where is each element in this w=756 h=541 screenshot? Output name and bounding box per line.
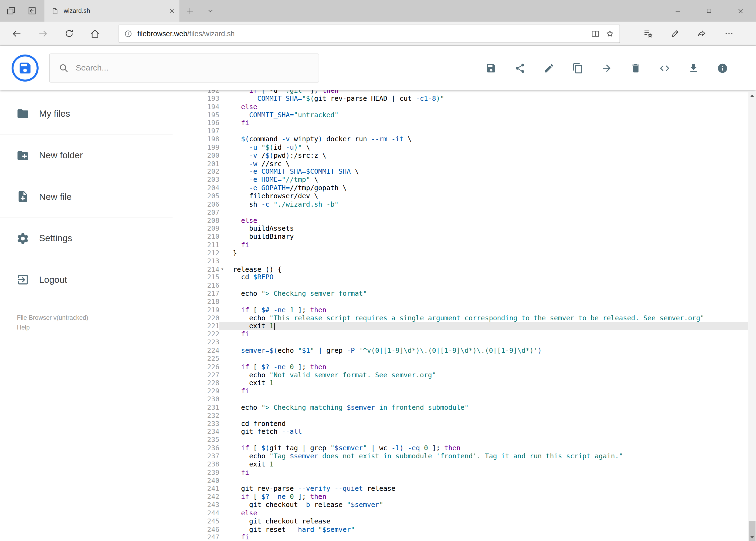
code-view-button[interactable] bbox=[650, 54, 679, 82]
code-line[interactable]: 192 if [ -d ".git" ]; then bbox=[193, 90, 748, 95]
code-line[interactable]: 205 filebrowser/dev \ bbox=[193, 192, 748, 200]
back-button[interactable] bbox=[4, 21, 30, 45]
code-line[interactable]: 199 -u "$(id -u)" \ bbox=[193, 143, 748, 151]
search-bar[interactable] bbox=[49, 54, 319, 82]
scroll-up-arrow[interactable] bbox=[748, 92, 756, 99]
code-line[interactable]: 247 fi bbox=[193, 533, 748, 541]
code-line[interactable]: 225 bbox=[193, 355, 748, 363]
info-button[interactable] bbox=[708, 54, 737, 82]
code-line[interactable]: 193 COMMIT_SHA="$(git rev-parse HEAD | c… bbox=[193, 95, 748, 103]
code-line[interactable]: 213 bbox=[193, 257, 748, 265]
home-button[interactable] bbox=[82, 21, 108, 45]
code-line[interactable]: 245 git checkout release bbox=[193, 517, 748, 525]
sidebar-item-logout[interactable]: Logout bbox=[0, 259, 193, 300]
reading-view-icon[interactable] bbox=[591, 29, 600, 38]
code-line[interactable]: 232 bbox=[193, 411, 748, 419]
sidebar-item-new-file[interactable]: New file bbox=[0, 176, 193, 218]
code-line[interactable]: 230 bbox=[193, 395, 748, 403]
code-line[interactable]: 241 git rev-parse --verify --quiet relea… bbox=[193, 485, 748, 493]
close-window-button[interactable] bbox=[725, 0, 756, 22]
code-line[interactable]: 235 bbox=[193, 436, 748, 444]
code-line[interactable]: 208 else bbox=[193, 216, 748, 225]
code-line[interactable]: 243 git checkout -b release "$semver" bbox=[193, 501, 748, 509]
code-line[interactable]: 210 buildBinary bbox=[193, 233, 748, 241]
rename-button[interactable] bbox=[534, 54, 563, 82]
forward-button[interactable] bbox=[30, 21, 56, 45]
sidebar-item-new-folder[interactable]: New folder bbox=[0, 135, 193, 176]
code-line[interactable]: 224 semver=$(echo "$1" | grep -P '^v(0|[… bbox=[193, 346, 748, 355]
code-line[interactable]: 228 exit 1 bbox=[193, 379, 748, 387]
code-line[interactable]: 201 -w //src \ bbox=[193, 160, 748, 168]
search-input[interactable] bbox=[76, 63, 310, 73]
tab-wizard-sh[interactable]: wizard.sh bbox=[44, 0, 179, 22]
code-editor[interactable]: 192 if [ -d ".git" ]; then193 COMMIT_SHA… bbox=[193, 90, 748, 541]
refresh-button[interactable] bbox=[56, 21, 82, 45]
share-button[interactable] bbox=[688, 21, 715, 45]
scroll-down-arrow[interactable] bbox=[748, 533, 756, 541]
code-line[interactable]: 194 else bbox=[193, 103, 748, 111]
code-line[interactable]: 195 COMMIT_SHA="untracked" bbox=[193, 111, 748, 119]
code-line[interactable]: 240 bbox=[193, 476, 748, 485]
code-line[interactable]: 200 -v /$(pwd):/src:z \ bbox=[193, 151, 748, 159]
code-line[interactable]: 197 bbox=[193, 127, 748, 135]
code-line[interactable]: 212} bbox=[193, 249, 748, 257]
tabs-preview-button[interactable] bbox=[0, 0, 21, 22]
close-tab-icon[interactable] bbox=[169, 8, 175, 14]
code-line[interactable]: 207 bbox=[193, 208, 748, 216]
hub-favorites-button[interactable] bbox=[634, 21, 661, 45]
move-button[interactable] bbox=[592, 54, 621, 82]
new-tab-button[interactable] bbox=[179, 0, 201, 22]
code-line[interactable]: 231 echo "> Checking matching $semver in… bbox=[193, 403, 748, 411]
code-line[interactable]: 203 -e HOME="//tmp" \ bbox=[193, 176, 748, 184]
code-line[interactable]: 222 fi bbox=[193, 330, 748, 338]
code-line[interactable]: 217 echo "> Checking semver format" bbox=[193, 289, 748, 297]
maximize-button[interactable] bbox=[693, 0, 725, 22]
code-line[interactable]: 233 cd frontend bbox=[193, 419, 748, 427]
code-line[interactable]: 214▾release () { bbox=[193, 265, 748, 273]
address-field[interactable]: filebrowser.web/files/wizard.sh bbox=[119, 24, 620, 43]
fold-marker-icon[interactable]: ▾ bbox=[219, 265, 233, 273]
code-line[interactable]: 198 $(command -v winpty) docker run --rm… bbox=[193, 135, 748, 143]
sidebar-item-my-files[interactable]: My files bbox=[0, 93, 193, 135]
code-line[interactable]: 204 -e GOPATH=//tmp/gopath \ bbox=[193, 184, 748, 192]
code-line[interactable]: 234 git fetch --all bbox=[193, 427, 748, 436]
code-line[interactable]: 209 buildAssets bbox=[193, 225, 748, 233]
code-line[interactable]: 211 fi bbox=[193, 241, 748, 249]
site-info-icon[interactable] bbox=[124, 29, 132, 38]
save-button[interactable] bbox=[476, 54, 505, 82]
code-line[interactable]: 238 exit 1 bbox=[193, 460, 748, 468]
code-line[interactable]: 220 echo "This release script requires a… bbox=[193, 314, 748, 322]
code-line[interactable]: 236 if [ $(git tag | grep "$semver" | wc… bbox=[193, 444, 748, 452]
vertical-scrollbar[interactable] bbox=[748, 92, 756, 541]
share-file-button[interactable] bbox=[505, 54, 534, 82]
code-line[interactable]: 237 echo "Tag $semver does not exist in … bbox=[193, 452, 748, 460]
tab-list-dropdown-button[interactable] bbox=[200, 0, 220, 22]
download-button[interactable] bbox=[679, 54, 708, 82]
code-line[interactable]: 221 exit 1 bbox=[193, 322, 748, 330]
code-line[interactable]: 246 git reset --hard "$semver" bbox=[193, 525, 748, 533]
code-line[interactable]: 229 fi bbox=[193, 387, 748, 395]
more-options-button[interactable] bbox=[715, 21, 742, 45]
code-line[interactable]: 215 cd $REPO bbox=[193, 273, 748, 281]
web-note-button[interactable] bbox=[661, 21, 688, 45]
copy-button[interactable] bbox=[563, 54, 592, 82]
code-line[interactable]: 244 else bbox=[193, 509, 748, 517]
code-line[interactable]: 219 if [ $# -ne 1 ]; then bbox=[193, 306, 748, 314]
minimize-button[interactable] bbox=[662, 0, 693, 22]
code-line[interactable]: 239 fi bbox=[193, 468, 748, 476]
code-line[interactable]: 227 echo "Not valid semver format. See s… bbox=[193, 371, 748, 379]
code-line[interactable]: 202 -e COMMIT_SHA=$COMMIT_SHA \ bbox=[193, 168, 748, 176]
code-line[interactable]: 223 bbox=[193, 338, 748, 346]
filebrowser-logo[interactable] bbox=[12, 55, 39, 82]
help-link[interactable]: Help bbox=[17, 322, 193, 332]
code-line[interactable]: 242 if [ $? -ne 0 ]; then bbox=[193, 493, 748, 501]
set-tabs-aside-button[interactable] bbox=[21, 0, 43, 22]
code-line[interactable]: 226 if [ $? -ne 0 ]; then bbox=[193, 363, 748, 371]
code-line[interactable]: 216 bbox=[193, 281, 748, 289]
delete-button[interactable] bbox=[621, 54, 650, 82]
code-line[interactable]: 196 fi bbox=[193, 119, 748, 127]
code-line[interactable]: 218 bbox=[193, 297, 748, 306]
code-line[interactable]: 206 sh -c "./wizard.sh -b" bbox=[193, 200, 748, 208]
favorite-star-icon[interactable] bbox=[605, 29, 615, 38]
sidebar-item-settings[interactable]: Settings bbox=[0, 218, 193, 259]
